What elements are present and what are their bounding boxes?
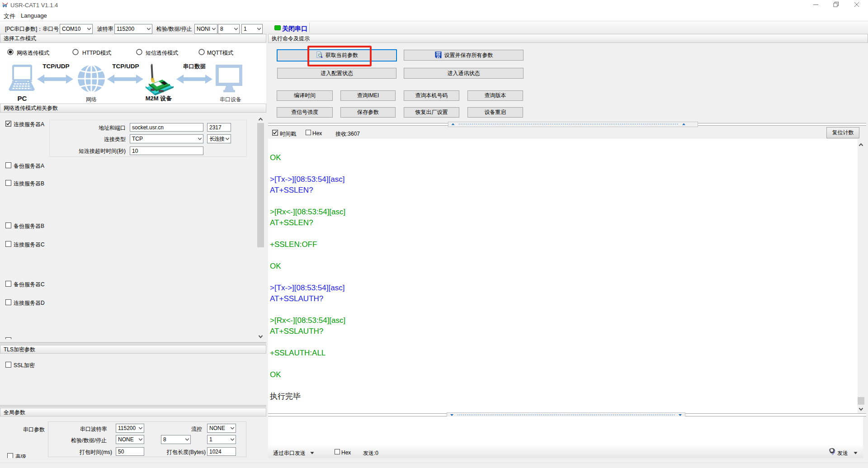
svg-text:TCP/UDP: TCP/UDP <box>42 63 69 70</box>
svg-text:TCP/UDP: TCP/UDP <box>112 63 139 70</box>
svg-text:PC: PC <box>18 95 27 102</box>
svg-text:串口设备: 串口设备 <box>220 96 241 103</box>
svg-text:网络: 网络 <box>86 96 97 103</box>
svg-text:串口数据: 串口数据 <box>183 63 206 70</box>
svg-text:M2M 设备: M2M 设备 <box>146 95 173 102</box>
